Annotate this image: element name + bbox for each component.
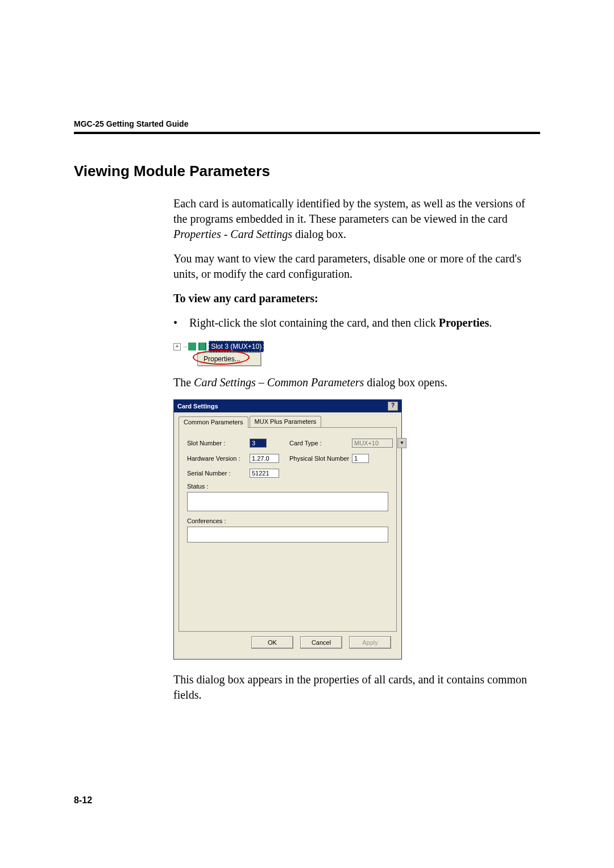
- bullet-1a: Right-click the slot containing the card…: [189, 316, 439, 329]
- label-card-type: Card Type :: [289, 439, 352, 448]
- p1-c: dialog box.: [292, 228, 346, 240]
- tree-connector-icon: ···: [183, 343, 186, 351]
- procedure-title: To view any card parameters:: [173, 291, 540, 306]
- apply-button: Apply: [349, 636, 391, 649]
- bullet-1c: .: [489, 316, 492, 329]
- card-type-dropdown-button[interactable]: ▼: [397, 438, 406, 448]
- tab-panel-common: Slot Number : Card Type : ▼ Hardware Ver…: [179, 428, 397, 632]
- paragraph-5: This dialog box appears in the propertie…: [173, 672, 540, 703]
- physical-slot-field[interactable]: [352, 454, 369, 463]
- tree-expand-icon[interactable]: +: [173, 343, 181, 350]
- context-menu: Properties...: [197, 352, 261, 366]
- p4-b: Card Settings – Common Parameters: [194, 376, 364, 389]
- cancel-button[interactable]: Cancel: [300, 636, 342, 649]
- paragraph-4: The Card Settings – Common Parameters di…: [173, 375, 540, 390]
- paragraph-2: You may want to view the card parameters…: [173, 251, 540, 282]
- bullet-1: • Right-click the slot containing the ca…: [173, 315, 540, 331]
- tree-node-selected[interactable]: Slot 3 (MUX+10): [209, 341, 264, 352]
- page-header: MGC-25 Getting Started Guide: [74, 119, 540, 128]
- card-type-field: [352, 439, 393, 448]
- label-slot-number: Slot Number :: [187, 439, 250, 448]
- paragraph-1: Each card is automatically identified by…: [173, 196, 540, 242]
- label-status: Status :: [187, 482, 388, 491]
- label-physical-slot: Physical Slot Number: [289, 454, 352, 463]
- hardware-version-field[interactable]: [250, 454, 279, 463]
- dialog-title-text: Card Settings: [177, 402, 218, 411]
- status-listbox[interactable]: [187, 492, 388, 511]
- conferences-listbox[interactable]: [187, 527, 388, 542]
- dialog-help-button[interactable]: ?: [388, 402, 398, 411]
- slot-number-field[interactable]: [250, 439, 267, 448]
- section-heading: Viewing Module Parameters: [74, 162, 540, 180]
- tree-context-illustration: + ··· Slot 3 (MUX+10) Properties...: [173, 341, 276, 366]
- p4-c: dialog box opens.: [364, 376, 447, 389]
- dialog-tabs: Common Parameters MUX Plus Parameters: [179, 416, 397, 428]
- serial-number-field[interactable]: [250, 469, 279, 478]
- card-settings-dialog: Card Settings ? Common Parameters MUX Pl…: [173, 399, 402, 660]
- label-conferences: Conferences :: [187, 517, 388, 525]
- label-serial-number: Serial Number :: [187, 469, 250, 478]
- card-icon: [198, 343, 206, 350]
- bullet-dot-icon: •: [173, 315, 189, 331]
- tab-mux-plus-parameters[interactable]: MUX Plus Parameters: [250, 416, 322, 427]
- bullet-1b: Properties: [439, 316, 489, 329]
- p1-a: Each card is automatically identified by…: [173, 197, 525, 225]
- p1-b: Properties - Card Settings: [173, 228, 292, 240]
- card-icon: [188, 343, 196, 350]
- label-hardware-version: Hardware Version :: [187, 454, 250, 463]
- page-number: 8-12: [74, 795, 92, 806]
- ok-button[interactable]: OK: [251, 636, 293, 649]
- p4-a: The: [173, 376, 194, 389]
- dialog-titlebar: Card Settings ?: [174, 400, 401, 412]
- context-menu-item-properties[interactable]: Properties...: [204, 354, 255, 364]
- tab-common-parameters[interactable]: Common Parameters: [179, 416, 248, 428]
- header-rule: [74, 132, 540, 134]
